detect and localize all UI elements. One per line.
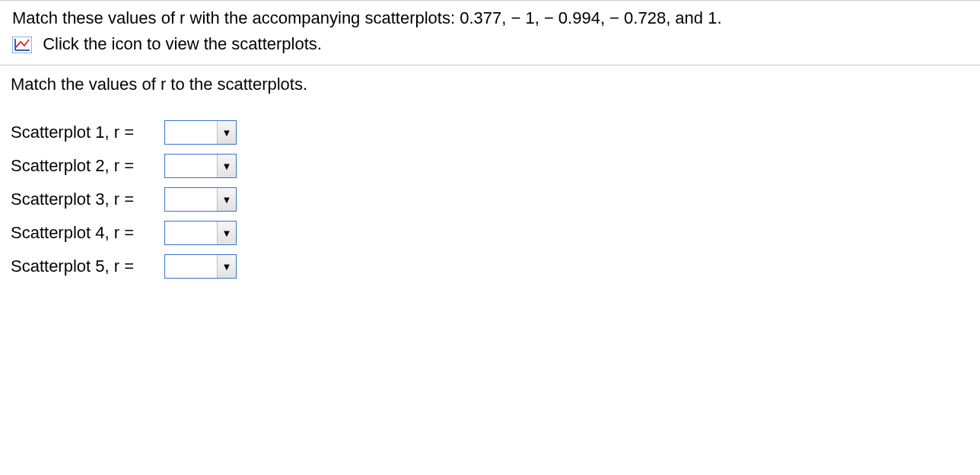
scatterplot-row: Scatterplot 1, r = ▼ (11, 116, 969, 149)
scatterplot-row: Scatterplot 4, r = ▼ (11, 216, 969, 250)
scatterplot-2-dropdown[interactable]: ▼ (164, 154, 237, 178)
icon-instruction: Click the icon to view the scatterplots. (43, 34, 322, 53)
scatterplot-4-dropdown[interactable]: ▼ (164, 221, 237, 245)
body-instruction: Match the values of r to the scatterplot… (11, 75, 969, 94)
dropdown-arrow-button[interactable]: ▼ (217, 155, 236, 177)
scatterplot-row: Scatterplot 5, r = ▼ (11, 250, 969, 283)
dropdown-arrow-button[interactable]: ▼ (217, 222, 236, 244)
scatterplot-row: Scatterplot 3, r = ▼ (11, 183, 969, 216)
view-scatterplots-link[interactable] (12, 37, 32, 53)
chevron-down-icon: ▼ (222, 262, 232, 272)
scatterplot-3-value[interactable] (165, 188, 217, 211)
scatterplot-row: Scatterplot 2, r = ▼ (11, 149, 969, 183)
chevron-down-icon: ▼ (222, 161, 232, 171)
dropdown-arrow-button[interactable]: ▼ (217, 255, 236, 278)
scatterplot-label: Scatterplot 3, r = (11, 190, 164, 209)
question-body: Match the values of r to the scatterplot… (0, 65, 980, 298)
scatterplot-3-dropdown[interactable]: ▼ (164, 187, 237, 212)
question-prompt: Match these values of r with the accompa… (12, 8, 968, 28)
chevron-down-icon: ▼ (222, 195, 232, 205)
chevron-down-icon: ▼ (222, 128, 232, 138)
scatterplot-2-value[interactable] (165, 155, 217, 177)
scatterplot-label: Scatterplot 4, r = (11, 223, 164, 243)
dropdown-arrow-button[interactable]: ▼ (217, 188, 236, 211)
chart-icon (12, 37, 32, 53)
question-header: Match these values of r with the accompa… (0, 1, 980, 65)
scatterplot-label: Scatterplot 2, r = (11, 156, 164, 176)
scatterplot-1-value[interactable] (165, 121, 217, 144)
dropdown-arrow-button[interactable]: ▼ (217, 121, 236, 144)
scatterplot-label: Scatterplot 5, r = (11, 257, 164, 276)
scatterplot-label: Scatterplot 1, r = (11, 123, 164, 142)
chevron-down-icon: ▼ (222, 228, 232, 238)
scatterplot-1-dropdown[interactable]: ▼ (164, 120, 237, 145)
scatterplot-5-dropdown[interactable]: ▼ (164, 254, 237, 279)
scatterplot-5-value[interactable] (165, 255, 217, 278)
scatterplot-4-value[interactable] (165, 222, 217, 244)
